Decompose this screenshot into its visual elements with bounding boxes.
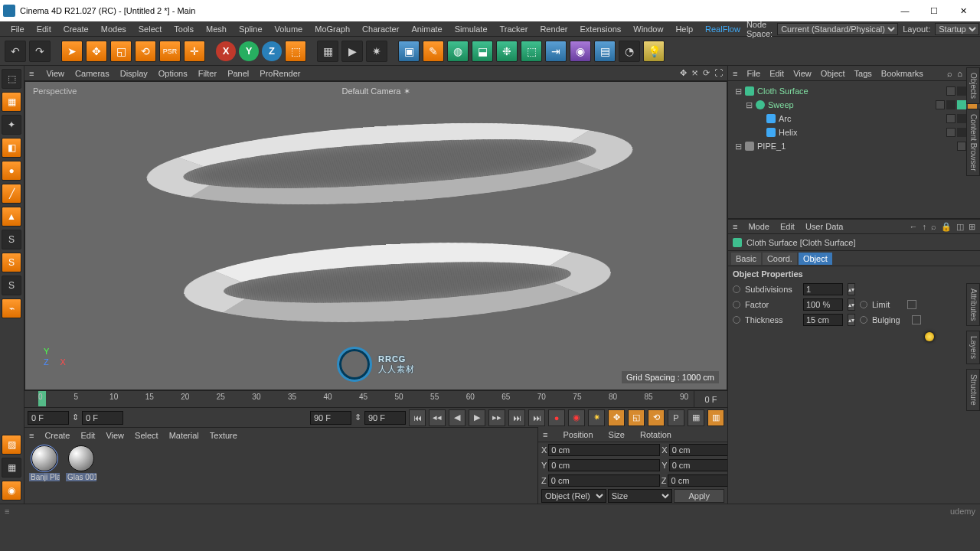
- material-preview-icon[interactable]: [68, 445, 94, 471]
- spline-pen-button[interactable]: ✎: [423, 41, 444, 62]
- material-hamburger-icon[interactable]: ≡: [29, 431, 34, 440]
- viewport-menu-cameras[interactable]: Cameras: [75, 69, 109, 78]
- prop-anim-dot[interactable]: [733, 316, 740, 324]
- key-param-button[interactable]: P: [668, 409, 684, 426]
- select-filter-button[interactable]: ▦: [2, 458, 21, 478]
- material-slot[interactable]: Banji Pla: [29, 445, 60, 500]
- viewport-hamburger-icon[interactable]: ≡: [29, 69, 34, 78]
- frame-start-input[interactable]: [28, 411, 69, 425]
- viewport-nav-zoom-icon[interactable]: ⤧: [691, 68, 698, 78]
- objmgr-menu-file[interactable]: File: [746, 69, 760, 78]
- tree-object-name[interactable]: Cloth Surface: [757, 86, 943, 96]
- record-button[interactable]: ●: [548, 409, 565, 426]
- key-rot-button[interactable]: ⟲: [648, 409, 665, 426]
- frame-loop-end-input[interactable]: [310, 411, 351, 425]
- viewport-nav-pan-icon[interactable]: ✥: [680, 68, 687, 78]
- window-close-button[interactable]: ✕: [956, 6, 971, 16]
- prop-anim-dot[interactable]: [733, 301, 740, 308]
- viewport-menu-options[interactable]: Options: [158, 69, 188, 78]
- floor-button[interactable]: ▤: [594, 41, 616, 62]
- tree-tag-layer[interactable]: [957, 142, 966, 151]
- viewport-nav-orbit-icon[interactable]: ⟳: [703, 68, 710, 78]
- locked-button[interactable]: ◉: [2, 481, 21, 500]
- tree-tag-chk[interactable]: [957, 100, 966, 109]
- primitive-cube-button[interactable]: ▣: [398, 41, 420, 62]
- attr-tab-coord[interactable]: Coord.: [763, 253, 797, 265]
- menu-create[interactable]: Create: [57, 23, 95, 35]
- menu-tools[interactable]: Tools: [168, 23, 200, 35]
- axis-mode-button[interactable]: S: [2, 230, 21, 249]
- coord-size-mode-select[interactable]: Size: [608, 489, 673, 503]
- menu-tracker[interactable]: Tracker: [494, 23, 534, 35]
- camera-button[interactable]: ⇥: [545, 41, 567, 62]
- menu-help[interactable]: Help: [669, 23, 699, 35]
- next-frame-button[interactable]: ▸▸: [488, 409, 505, 426]
- spinner-icon[interactable]: ▴▾: [848, 298, 855, 311]
- place-tool-button[interactable]: ✛: [184, 41, 205, 62]
- xray-button[interactable]: ▨: [2, 435, 21, 455]
- workplane-mode-button[interactable]: ◧: [2, 138, 21, 158]
- attr-search-icon[interactable]: ⌕: [931, 222, 936, 232]
- tree-tag-layer[interactable]: [946, 86, 956, 96]
- viewport-menu-panel[interactable]: Panel: [227, 69, 249, 78]
- material-menu-view[interactable]: View: [106, 431, 124, 440]
- coord-pos-y-input[interactable]: [548, 459, 660, 471]
- tree-tag-vis1[interactable]: [957, 114, 966, 123]
- objmgr-menu-object[interactable]: Object: [821, 69, 845, 78]
- tree-object-name[interactable]: Arc: [779, 114, 943, 123]
- menu-file[interactable]: File: [5, 23, 31, 35]
- deformer-button[interactable]: ⬓: [472, 41, 493, 62]
- layout-select[interactable]: Startup: [935, 23, 979, 35]
- axis-y-toggle[interactable]: Y: [239, 41, 259, 61]
- tree-tag-vis1[interactable]: [957, 86, 966, 96]
- menu-simulate[interactable]: Simulate: [449, 23, 494, 35]
- axis-x-toggle[interactable]: X: [216, 41, 236, 61]
- object-tree[interactable]: ⊟Cloth Surface⊟SweepArcHelix⊟PIPE_1: [728, 81, 980, 219]
- timeline[interactable]: 051015202530354045505560657075808590 0 F: [24, 390, 727, 407]
- tree-object-name[interactable]: Helix: [779, 128, 943, 137]
- tree-object-name[interactable]: Sweep: [768, 100, 933, 109]
- frame-current-input[interactable]: [82, 411, 123, 425]
- coord-hamburger-icon[interactable]: ≡: [543, 430, 547, 439]
- tree-row[interactable]: ⊟Cloth Surface: [731, 84, 977, 98]
- timeline-ruler[interactable]: 051015202530354045505560657075808590: [24, 391, 694, 407]
- menu-modes[interactable]: Modes: [95, 23, 132, 35]
- prop-thick-input[interactable]: [803, 314, 843, 326]
- viewport-menu-view[interactable]: View: [46, 69, 64, 78]
- menu-realflow[interactable]: RealFlow: [699, 23, 746, 35]
- prop-anim-dot[interactable]: [733, 285, 740, 293]
- attr-hamburger-icon[interactable]: ≡: [733, 222, 737, 231]
- tree-object-name[interactable]: PIPE_1: [757, 142, 954, 151]
- vtab-attributes[interactable]: Attributes: [966, 283, 980, 326]
- prev-key-button[interactable]: ◂◂: [429, 409, 446, 426]
- objmgr-menu-bookmarks[interactable]: Bookmarks: [881, 69, 923, 78]
- render-view-button[interactable]: ▦: [317, 41, 338, 62]
- tree-row[interactable]: Arc: [731, 112, 977, 126]
- generator-button[interactable]: ◍: [447, 41, 469, 62]
- vtab-structure[interactable]: Structure: [966, 369, 980, 411]
- menu-edit[interactable]: Edit: [31, 23, 57, 35]
- tree-row[interactable]: ⊟Sweep: [731, 98, 977, 112]
- model-mode-button[interactable]: ▦: [2, 92, 21, 112]
- vtab-objects[interactable]: Objects: [966, 67, 980, 104]
- tweak-mode-button[interactable]: S: [2, 253, 21, 272]
- objmgr-menu-edit[interactable]: Edit: [769, 69, 784, 78]
- autokey-button[interactable]: ◉: [568, 409, 585, 426]
- prop-anim-dot[interactable]: [860, 316, 867, 324]
- material-menu-edit[interactable]: Edit: [80, 431, 95, 440]
- coord-pos-z-input[interactable]: [548, 474, 660, 487]
- viewport-nav-max-icon[interactable]: ⛶: [714, 68, 723, 78]
- redo-button[interactable]: ↷: [29, 41, 51, 62]
- material-menu-material[interactable]: Material: [169, 431, 199, 440]
- mograph-button[interactable]: ⬚: [521, 41, 542, 62]
- tree-tag-layer[interactable]: [946, 114, 956, 123]
- nodespace-select[interactable]: Current (Standard/Physical): [777, 23, 898, 35]
- frame-step2-icon[interactable]: ⇕: [354, 412, 361, 422]
- key-pos-button[interactable]: ✥: [608, 409, 625, 426]
- menu-window[interactable]: Window: [627, 23, 669, 35]
- objmgr-hamburger-icon[interactable]: ≡: [733, 69, 737, 78]
- material-preview-icon[interactable]: [31, 445, 57, 471]
- attr-menu-edit[interactable]: Edit: [780, 222, 795, 231]
- objmgr-menu-tags[interactable]: Tags: [854, 69, 872, 78]
- window-minimize-button[interactable]: —: [897, 6, 913, 16]
